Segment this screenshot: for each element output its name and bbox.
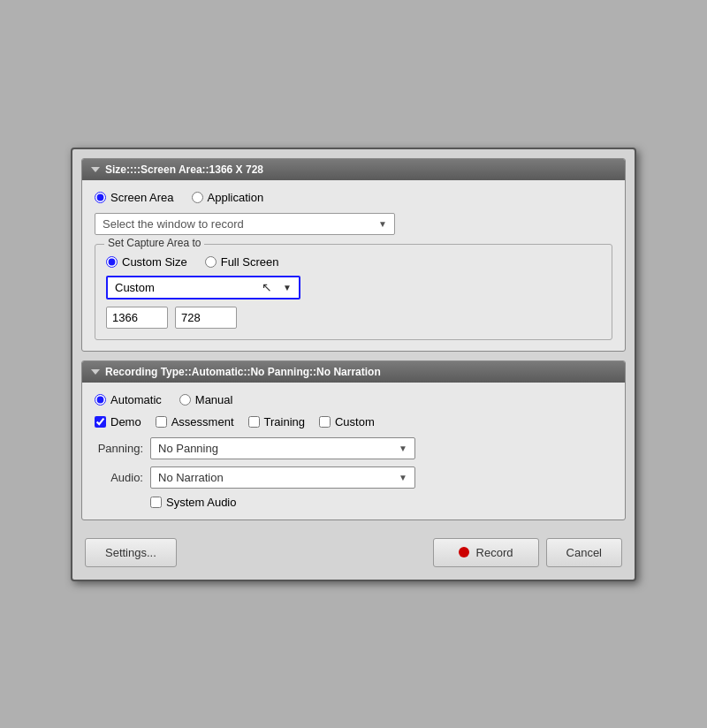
recording-type-row: Automatic Manual (95, 393, 612, 406)
screen-area-radio-input[interactable] (95, 192, 106, 203)
custom-dropdown-arrow-icon: ▼ (283, 283, 292, 292)
capture-type-row: Screen Area Application (95, 191, 612, 204)
custom-size-label: Custom Size (122, 255, 187, 269)
panning-dropdown-arrow-icon: ▼ (399, 444, 407, 453)
system-audio-checkbox-input[interactable] (150, 497, 162, 508)
assessment-label: Assessment (171, 415, 234, 428)
button-row: Settings... Record Cancel (72, 529, 635, 580)
capture-area-legend: Set Capture Area to (104, 237, 204, 249)
audio-label: Audio: (95, 471, 143, 484)
assessment-checkbox[interactable]: Assessment (156, 415, 234, 428)
recording-section-body: Automatic Manual Demo Assessment (82, 383, 625, 519)
height-input[interactable] (175, 307, 237, 329)
custom-checkbox[interactable]: Custom (319, 415, 375, 428)
window-select-value: Select the window to record (103, 217, 244, 231)
full-screen-radio[interactable]: Full Screen (205, 255, 279, 269)
automatic-label: Automatic (110, 393, 162, 406)
application-radio-input[interactable] (192, 192, 203, 203)
size-section-title: Size::::Screen Area::1366 X 728 (105, 163, 263, 176)
automatic-radio[interactable]: Automatic (95, 393, 162, 406)
custom-size-radio[interactable]: Custom Size (106, 255, 187, 269)
screen-area-radio[interactable]: Screen Area (95, 191, 174, 204)
custom-dropdown[interactable]: Custom ↖ ▼ (106, 276, 300, 300)
width-input[interactable] (106, 307, 168, 329)
training-checkbox[interactable]: Training (248, 415, 305, 428)
custom-dropdown-value: Custom (115, 281, 155, 294)
capture-area-inner: Custom Size Full Screen Custom ↖ ▼ (106, 255, 601, 329)
application-radio[interactable]: Application (192, 191, 264, 204)
mode-checkbox-row: Demo Assessment Training Custom (95, 415, 612, 428)
panning-row: Panning: No Panning ▼ (95, 437, 612, 459)
screen-area-label: Screen Area (110, 191, 174, 204)
system-audio-checkbox[interactable]: System Audio (150, 496, 237, 509)
application-label: Application (208, 191, 264, 204)
recording-section-header: Recording Type::Automatic::No Panning::N… (82, 361, 625, 383)
panning-dropdown[interactable]: No Panning ▼ (150, 437, 415, 459)
window-select[interactable]: Select the window to record ▼ (95, 213, 395, 235)
size-section: Size::::Screen Area::1366 X 728 Screen A… (81, 158, 626, 352)
record-label: Record (476, 546, 513, 559)
system-audio-row: System Audio (150, 496, 612, 509)
demo-checkbox[interactable]: Demo (95, 415, 141, 428)
audio-dropdown[interactable]: No Narration ▼ (150, 466, 415, 489)
training-checkbox-input[interactable] (248, 416, 260, 428)
size-section-body: Screen Area Application Select the windo… (82, 180, 625, 351)
recording-triangle-icon (91, 369, 100, 375)
window-select-row: Select the window to record ▼ (95, 213, 612, 235)
settings-button[interactable]: Settings... (85, 538, 177, 567)
panning-value: No Panning (158, 442, 218, 455)
full-screen-label: Full Screen (221, 255, 279, 269)
size-triangle-icon (91, 167, 100, 172)
audio-value: No Narration (158, 471, 224, 484)
cursor-icon: ↖ (262, 280, 272, 294)
recording-section-title: Recording Type::Automatic::No Panning::N… (105, 366, 381, 378)
panning-label: Panning: (95, 442, 143, 455)
custom-checkbox-input[interactable] (319, 416, 331, 428)
audio-row: Audio: No Narration ▼ (95, 466, 612, 489)
cancel-button[interactable]: Cancel (546, 538, 622, 567)
demo-label: Demo (110, 415, 141, 428)
record-dot-icon (459, 547, 469, 557)
audio-dropdown-arrow-icon: ▼ (399, 473, 407, 482)
capture-area-group: Set Capture Area to Custom Size Full Scr… (95, 244, 612, 340)
custom-size-radio-input[interactable] (106, 256, 118, 268)
training-label: Training (264, 415, 305, 428)
automatic-radio-input[interactable] (95, 394, 106, 406)
recording-section: Recording Type::Automatic::No Panning::N… (81, 360, 626, 520)
record-button[interactable]: Record (433, 538, 539, 567)
dimension-row (106, 307, 601, 329)
size-section-header: Size::::Screen Area::1366 X 728 (82, 159, 625, 180)
manual-radio[interactable]: Manual (179, 393, 233, 406)
system-audio-label: System Audio (166, 496, 237, 509)
demo-checkbox-input[interactable] (95, 416, 106, 428)
manual-radio-input[interactable] (179, 394, 191, 406)
window-select-arrow-icon: ▼ (378, 219, 387, 229)
main-dialog: Size::::Screen Area::1366 X 728 Screen A… (71, 148, 636, 581)
full-screen-radio-input[interactable] (205, 256, 217, 268)
capture-size-radio-row: Custom Size Full Screen (106, 255, 601, 269)
assessment-checkbox-input[interactable] (156, 416, 167, 428)
manual-label: Manual (195, 393, 233, 406)
custom-label: Custom (335, 415, 375, 428)
record-cancel-group: Record Cancel (433, 538, 622, 567)
